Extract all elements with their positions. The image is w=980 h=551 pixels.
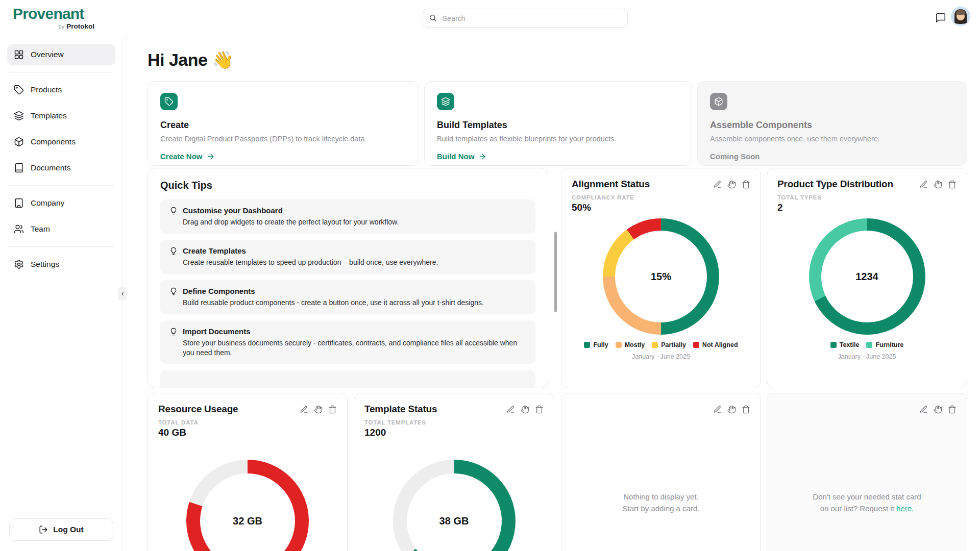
sidebar-divider xyxy=(8,185,114,186)
lightbulb-icon xyxy=(169,207,178,215)
sidebar-item-label: Components xyxy=(31,137,76,146)
chart-title: Resource Useage xyxy=(158,404,238,415)
logout-button[interactable]: Log Out xyxy=(9,518,113,541)
sidebar-divider xyxy=(8,246,114,247)
tip-row: Import Documents Store your business doc… xyxy=(160,320,535,364)
arrow-right-icon xyxy=(207,153,215,161)
search-input[interactable] xyxy=(423,9,628,28)
donut-center-label: 1234 xyxy=(809,218,925,335)
create-now-link[interactable]: Create Now xyxy=(160,152,215,161)
request-stat-card: Don't see your needed stat card on our l… xyxy=(767,393,967,551)
create-card: Create Create Digital Product Passports … xyxy=(148,81,419,166)
edit-icon[interactable] xyxy=(506,405,515,414)
chart-title: Template Status xyxy=(364,404,437,415)
chat-icon[interactable] xyxy=(935,12,947,24)
avatar[interactable] xyxy=(951,7,970,26)
sidebar-item-team[interactable]: Team xyxy=(7,218,115,240)
card-description: Create Digital Product Passports (DPPs) … xyxy=(160,135,406,143)
main-content: Hi Jane 👋 Create Create Digital Product … xyxy=(122,36,980,551)
request-here-link[interactable]: here. xyxy=(896,504,914,513)
sidebar-item-company[interactable]: Company xyxy=(7,192,115,214)
brand-logo[interactable]: Provenant byProtokol xyxy=(13,6,94,31)
edit-icon[interactable] xyxy=(713,180,722,189)
donut-center-label: 38 GB xyxy=(393,460,516,551)
template-status-card: Template Status TOTAL TEMPLATES 1200 38 … xyxy=(354,393,554,551)
delete-icon[interactable] xyxy=(742,180,750,189)
legend-chip xyxy=(652,342,658,348)
layers-icon xyxy=(14,111,24,121)
sidebar-item-label: Settings xyxy=(31,260,59,269)
alignment-donut-chart: 15% xyxy=(603,218,719,335)
alignment-status-card: Alignment Status COMPLIANCY RATE 50% 15%… xyxy=(561,168,761,388)
tip-row: Create Templates Create reusable templat… xyxy=(160,240,535,274)
sidebar-item-label: Company xyxy=(31,198,64,208)
donut-center-label: 15% xyxy=(603,218,719,335)
book-icon xyxy=(14,163,24,173)
stat-value: 1200 xyxy=(364,427,544,438)
edit-icon[interactable] xyxy=(300,405,308,414)
sidebar-item-label: Documents xyxy=(31,163,70,172)
sidebar-item-documents[interactable]: Documents xyxy=(7,157,115,179)
edit-icon[interactable] xyxy=(919,180,928,189)
stat-label: COMPLIANCY RATE xyxy=(572,194,750,201)
lightbulb-icon xyxy=(169,247,178,255)
top-bar: Provenant byProtokol xyxy=(0,0,980,36)
cube-icon xyxy=(710,93,727,110)
stat-value: 50% xyxy=(572,202,750,213)
sidebar-item-label: Team xyxy=(31,224,50,234)
sidebar-item-templates[interactable]: Templates xyxy=(7,105,115,127)
build-templates-card: Build Templates Build templates as flexi… xyxy=(424,81,692,166)
empty-placeholder-text: Nothing to display yet. Start by adding … xyxy=(561,393,761,551)
sidebar-item-settings[interactable]: Settings xyxy=(7,254,115,275)
delete-icon[interactable] xyxy=(948,180,957,189)
quick-tips-scrollbar[interactable] xyxy=(554,232,557,312)
build-now-link[interactable]: Build Now xyxy=(437,152,486,161)
users-icon xyxy=(14,224,24,234)
card-title: Build Templates xyxy=(437,120,679,131)
legend-chip xyxy=(830,342,837,348)
sidebar-divider xyxy=(8,72,114,72)
cube-icon xyxy=(14,137,24,147)
sidebar-item-label: Products xyxy=(31,85,62,94)
tag-icon xyxy=(160,93,178,110)
resource-donut-chart: 32 GB xyxy=(186,460,309,551)
search-icon xyxy=(429,14,437,22)
dashboard-page: Provenant byProtokol Overvie xyxy=(0,0,980,551)
tip-title: Import Documents xyxy=(183,327,251,336)
drag-hand-icon[interactable] xyxy=(934,180,942,189)
lightbulb-icon xyxy=(169,328,178,336)
delete-icon[interactable] xyxy=(535,405,544,414)
chevron-left-icon xyxy=(120,291,125,296)
quick-tips-card: Quick Tips Customise your Dashboard Drag… xyxy=(148,168,548,388)
sidebar-item-products[interactable]: Products xyxy=(7,79,115,101)
sidebar-item-components[interactable]: Components xyxy=(7,131,115,153)
sidebar-collapse-button[interactable] xyxy=(118,287,127,300)
page-title: Hi Jane 👋 xyxy=(148,49,233,70)
coming-soon-label: Coming Soon xyxy=(710,152,954,161)
tip-title: Create Templates xyxy=(183,246,246,255)
tip-description: Build reusable product components - crea… xyxy=(183,298,526,308)
brand-name: Provenant xyxy=(13,6,94,21)
gear-icon xyxy=(14,259,24,269)
quick-tips-title: Quick Tips xyxy=(160,180,535,191)
card-description: Assemble components once, use them every… xyxy=(710,135,954,143)
chart-legend: Textile Furniture xyxy=(777,341,957,348)
delete-icon[interactable] xyxy=(328,405,337,414)
tip-row: Define Components Build reusable product… xyxy=(160,280,535,314)
drag-hand-icon[interactable] xyxy=(314,405,323,414)
sidebar-item-overview[interactable]: Overview xyxy=(7,44,115,65)
tip-title: Define Components xyxy=(183,287,255,295)
stat-value: 2 xyxy=(777,202,957,213)
drag-hand-icon[interactable] xyxy=(727,180,736,189)
lightbulb-icon xyxy=(169,287,178,295)
legend-chip xyxy=(693,342,699,348)
card-title: Assemble Components xyxy=(710,120,954,131)
tip-row-partial xyxy=(160,370,535,388)
chart-subtitle: January - June 2025 xyxy=(777,353,957,360)
request-placeholder-text: Don't see your needed stat card on our l… xyxy=(767,393,967,551)
drag-hand-icon[interactable] xyxy=(521,405,529,414)
chart-title: Product Type Distribution xyxy=(777,179,893,190)
stat-label: TOTAL TEMPLATES xyxy=(364,419,544,425)
logout-icon xyxy=(39,525,48,534)
tag-icon xyxy=(14,85,24,95)
